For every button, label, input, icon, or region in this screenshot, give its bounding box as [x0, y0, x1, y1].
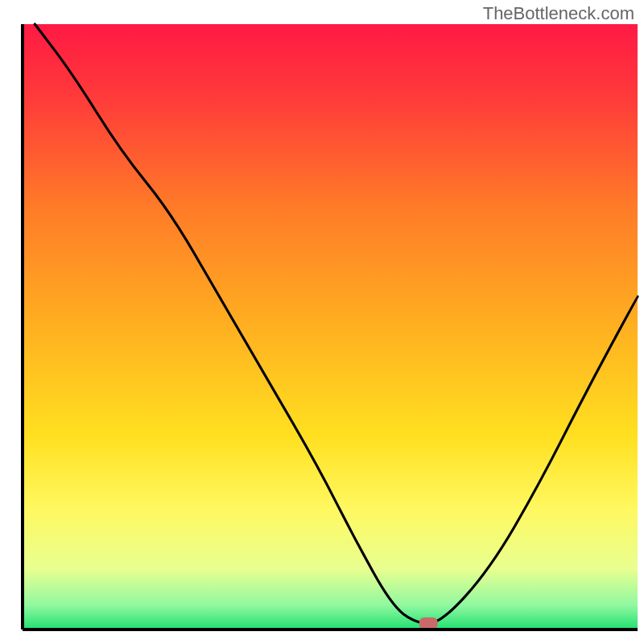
chart-container: TheBottleneck.com: [0, 0, 644, 644]
bottleneck-chart: [0, 0, 644, 644]
watermark-text: TheBottleneck.com: [483, 3, 634, 24]
gradient-background: [23, 24, 638, 630]
optimal-marker: [419, 617, 438, 630]
plot-area: [23, 24, 638, 630]
